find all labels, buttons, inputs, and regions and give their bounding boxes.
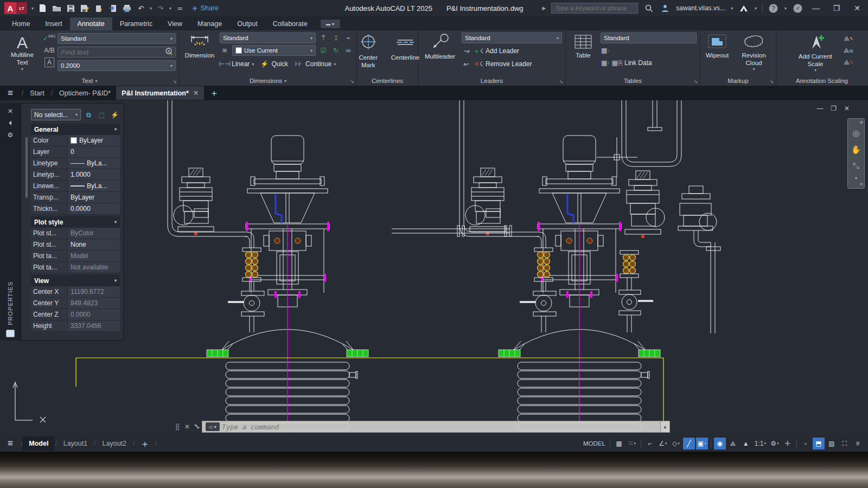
dim-layer-select[interactable]: Use Current▾ [232,45,316,56]
multileader-button[interactable]: Multileader [422,33,458,76]
command-line[interactable]: ▭▾ [202,421,661,433]
center-mark-button[interactable]: Center Mark [353,33,384,76]
prop-row-center-x[interactable]: Center X 11190.6772 [31,286,120,298]
infer-constraints-toggle[interactable]: ⌐ [644,438,656,450]
prop-row-plot-style-table[interactable]: Plot st... None [31,239,120,251]
minimize-button[interactable]: — [808,2,824,14]
search-input[interactable] [555,5,634,11]
prop-row-plot-table-attached[interactable]: Plot ta... Model [31,251,120,262]
section-general[interactable]: General▾ [31,124,120,135]
text-launcher-icon[interactable]: ↘ [173,79,177,84]
wipeout-button[interactable]: Wipeout [704,33,731,76]
panel-label-markup[interactable]: Markup ↘ [700,76,776,86]
graphics-performance-toggle[interactable]: ⬒ [813,438,825,450]
prop-row-color[interactable]: Color ByLayer [31,135,120,146]
prop-row-linetype[interactable]: Linetype ByLa... [31,158,120,169]
prop-row-transparency[interactable]: Transp... ByLayer [31,192,120,203]
cmd-customize-icon[interactable]: 🔧︎ [192,423,202,431]
save-icon[interactable] [65,3,76,14]
user-caret-icon[interactable]: ▾ [731,6,733,11]
workspace-switching[interactable]: ⚙▾ [769,438,781,450]
prop-row-plot-table-type[interactable]: Plot ta... Not available [31,262,120,273]
jog-line-icon[interactable]: ⌁ [343,33,353,43]
remove-leader-button[interactable]: Remove Leader [486,60,532,68]
panel-label-text[interactable]: Text▾ ↘ [0,76,179,86]
palette-title[interactable]: PROPERTIES [7,281,14,325]
table-button[interactable]: Table [569,33,597,76]
help-icon[interactable]: ? [768,3,779,14]
table-style-select[interactable]: Standard [601,33,697,43]
spell-check-icon[interactable]: ✓ABC [44,34,54,43]
prop-row-layer[interactable]: Layer 0 [31,146,120,158]
annoscale-sync-icon[interactable]: ⟁↻ [844,57,853,67]
prop-row-linetype-scale[interactable]: Linetyp... 1.0000 [31,169,120,181]
redo-caret-icon[interactable]: ▾ [169,6,171,11]
search-box[interactable] [551,3,638,14]
full-screen-button[interactable]: ⛶ [839,438,851,450]
layout-tab-layout1[interactable]: Layout1 [57,436,94,451]
text-align-icon[interactable]: A/B [44,46,54,55]
undo-caret-icon[interactable]: ▾ [150,6,152,11]
search-icon[interactable] [643,3,654,14]
annoscale-edit-icon[interactable]: ⟁✎ [844,34,853,43]
ortho-mode-toggle[interactable]: ╱ [683,438,695,450]
palette-scrollbar[interactable] [25,137,28,198]
save-as-icon[interactable] [79,3,90,14]
customize-statusbar-icon[interactable]: ≡ [852,438,864,450]
prop-row-thickness[interactable]: Thickn... 0.0000 [31,203,120,215]
multiline-text-button[interactable]: A Multiline Text ▾ [3,33,41,76]
palette-settings-icon[interactable]: ⚙ [8,129,14,141]
share-button[interactable]: ✈ Share [192,4,219,12]
dim-check-icon[interactable]: ☑ [318,46,328,55]
open-folder-icon[interactable] [51,3,62,14]
close-button[interactable]: ✕ [850,2,865,14]
new-file-icon[interactable] [37,3,48,14]
annotation-scale-icon[interactable]: ▲ [740,438,752,450]
polar-tracking-toggle[interactable]: ∠▾ [657,438,669,450]
leaders-launcher-icon[interactable]: ↘ [559,79,563,84]
file-tab-close-icon[interactable]: ✕ [193,89,199,97]
palette-close-icon[interactable]: ✕ [8,105,13,117]
plot-icon[interactable] [93,3,104,14]
find-text-box[interactable]: A [58,47,176,57]
tab-view[interactable]: View [160,17,190,30]
add-leader-button[interactable]: Add Leader [486,47,519,55]
help-caret-icon[interactable]: ▾ [784,6,787,11]
export-icon[interactable] [107,3,118,14]
quick-button[interactable]: Quick [271,60,288,68]
centerline-button[interactable]: Centerline [389,33,422,76]
adjust-space-icon[interactable]: ⌶ [331,33,341,43]
isolate-objects-button[interactable]: ▫ [800,438,812,450]
tab-parametric[interactable]: Parametric [112,17,160,30]
panel-label-dimensions[interactable]: Dimensions▾ ↘ [180,76,356,86]
tab-insert[interactable]: Insert [37,17,69,30]
layout-tab-layout2[interactable]: Layout2 [96,436,133,451]
dwg-close-icon[interactable]: ✕ [844,105,850,112]
section-plot-style[interactable]: Plot style▾ [31,216,120,228]
upload-to-source-icon[interactable]: ▦↑ [601,58,610,68]
text-height-select[interactable]: 0.2000▾ [58,60,176,71]
collect-leader-icon[interactable]: ↜ [462,59,471,69]
navbar-close-icon[interactable]: ⊗ [859,120,863,125]
annoscale-list-icon[interactable]: ⟁▤ [844,46,853,55]
mleader-style-select[interactable]: Standard▾ [462,33,562,43]
prop-row-height[interactable]: Height 3337.0456 [31,320,120,332]
zoom-extents-icon[interactable]: ⤡ [853,158,859,174]
tab-home[interactable]: Home [4,17,37,30]
clean-screen-button[interactable]: ▨ [826,438,838,450]
markup-launcher-icon[interactable]: ↘ [769,79,774,84]
autoscale-toggle[interactable]: ⟁ [727,438,739,450]
selection-dropdown[interactable]: No selecti...▾ [31,109,81,120]
restore-button[interactable]: ❐ [829,2,844,14]
autodesk-logo-icon[interactable] [738,3,749,14]
annotation-scale-select[interactable]: 1:1▾ [753,438,768,450]
panel-label-leaders[interactable]: Leaders ↘ [418,76,565,86]
signed-in-user[interactable]: sawant.vilas.vs... [676,4,725,12]
section-view[interactable]: View▾ [31,275,120,286]
dimension-button[interactable]: Dimension [183,33,216,76]
dim-update-icon[interactable]: ↻ [331,46,341,55]
align-leader-icon[interactable]: ↝ [462,46,471,56]
prop-row-lineweight[interactable]: Linewe... ByLa... [31,181,120,192]
palette-autohide-icon[interactable]: ⏴ [9,117,12,129]
file-tab-optichem[interactable]: Optichem- P&ID* [54,87,116,100]
